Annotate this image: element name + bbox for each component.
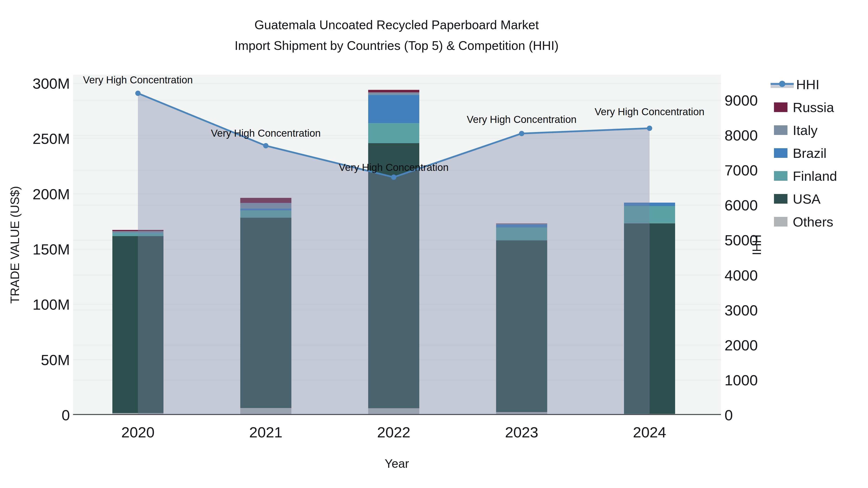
plot-area	[73, 75, 721, 415]
y-left-tick-0: 0	[62, 406, 70, 424]
legend-label-hhi: HHI	[796, 77, 819, 92]
y-left-tick-50M: 50M	[41, 351, 70, 368]
y-right-tick-6000: 6000	[724, 197, 758, 214]
chart-canvas: Guatemala Uncoated Recycled Paperboard M…	[0, 0, 868, 488]
bar-segment-russia-2022[interactable]	[368, 90, 419, 93]
chart-title-line2: Import Shipment by Countries (Top 5) & C…	[235, 35, 559, 56]
bar-segment-finland-2022[interactable]	[368, 123, 419, 143]
legend-swatch-brazil	[774, 148, 787, 158]
legend-item-italy[interactable]: Italy	[771, 123, 817, 138]
legend-swatch-others	[774, 217, 787, 227]
y-left-tick-250M: 250M	[33, 130, 70, 147]
y-right-tick-5000: 5000	[724, 232, 758, 249]
legend-label-brazil: Brazil	[793, 145, 827, 161]
y-right-tick-7000: 7000	[724, 162, 758, 179]
y-right-tick-8000: 8000	[724, 127, 758, 144]
legend-swatch-italy	[774, 125, 787, 135]
legend-label-usa: USA	[793, 191, 820, 207]
y-left-tick-200M: 200M	[33, 185, 70, 202]
legend-item-russia[interactable]: Russia	[771, 100, 834, 115]
legend-item-brazil[interactable]: Brazil	[771, 145, 827, 161]
bar-segment-italy-2022[interactable]	[368, 92, 419, 95]
legend-label-finland: Finland	[793, 168, 837, 184]
y-left-tick-300M: 300M	[33, 75, 70, 92]
x-tick-2024: 2024	[633, 424, 666, 441]
y-right-tick-9000: 9000	[724, 92, 758, 109]
legend-hhi-line-swatch	[771, 81, 794, 88]
annotation-2020: Very High Concentration	[83, 74, 193, 86]
bar-segment-brazil-2022[interactable]	[368, 95, 419, 123]
x-tick-2020: 2020	[121, 424, 155, 441]
hhi-point-2022[interactable]	[391, 174, 396, 180]
chart-title-line1: Guatemala Uncoated Recycled Paperboard M…	[235, 14, 559, 35]
y-left-tick-100M: 100M	[33, 296, 70, 313]
hhi-point-2020[interactable]	[135, 91, 141, 96]
y-right-tick-2000: 2000	[724, 336, 758, 354]
legend-label-russia: Russia	[793, 100, 834, 115]
plot-svg	[73, 75, 721, 415]
chart-title: Guatemala Uncoated Recycled Paperboard M…	[235, 14, 559, 56]
legend-hhi-marker-dot	[779, 81, 785, 87]
x-tick-2022: 2022	[377, 424, 410, 441]
hhi-point-2023[interactable]	[519, 131, 524, 136]
legend-swatch-russia	[774, 102, 787, 112]
hhi-point-2021[interactable]	[263, 143, 269, 149]
hhi-point-2024[interactable]	[647, 126, 652, 131]
y-right-tick-0: 0	[724, 406, 733, 424]
x-axis-title: Year	[384, 457, 409, 470]
y-right-tick-1000: 1000	[724, 371, 758, 388]
y-left-tick-150M: 150M	[33, 240, 70, 258]
y-right-tick-4000: 4000	[724, 266, 758, 284]
legend-item-hhi[interactable]: HHI	[771, 77, 819, 92]
legend-item-finland[interactable]: Finland	[771, 168, 837, 184]
x-tick-2021: 2021	[249, 424, 283, 441]
legend-item-usa[interactable]: USA	[771, 191, 820, 206]
legend-label-italy: Italy	[793, 123, 817, 138]
legend-swatch-finland	[774, 171, 787, 181]
legend-item-others[interactable]: Others	[771, 214, 833, 229]
annotation-2022: Very High Concentration	[339, 162, 448, 173]
legend-swatch-usa	[774, 194, 787, 204]
y-right-tick-3000: 3000	[724, 301, 758, 319]
y-left-axis-title: TRADE VALUE (US$)	[8, 186, 22, 304]
annotation-2024: Very High Concentration	[595, 106, 704, 118]
x-tick-2023: 2023	[505, 424, 538, 441]
annotation-2021: Very High Concentration	[211, 128, 321, 139]
annotation-2023: Very High Concentration	[467, 114, 577, 125]
legend-label-others: Others	[793, 214, 833, 230]
